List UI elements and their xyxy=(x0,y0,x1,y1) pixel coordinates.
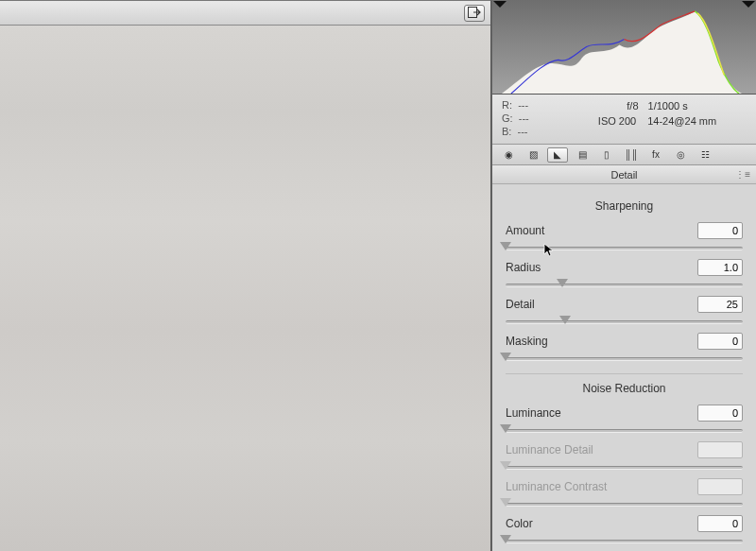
masking-slider[interactable] xyxy=(506,353,743,364)
radius-slider[interactable] xyxy=(506,279,743,290)
luminance-contrast-input xyxy=(697,478,743,495)
noise-title: Noise Reduction xyxy=(506,382,743,395)
detail-panel: Sharpening Amount Radius Detail xyxy=(492,184,756,551)
lens: 14-24@24 mm xyxy=(647,115,716,127)
panel-title: Detail xyxy=(610,169,637,181)
split-icon: ▯ xyxy=(604,149,610,160)
amount-input[interactable] xyxy=(697,222,743,239)
tab-split-icon[interactable]: ▯ xyxy=(596,147,617,163)
color-label: Color xyxy=(506,517,533,530)
amount-label: Amount xyxy=(506,224,544,237)
tab-presets-icon[interactable]: ☷ xyxy=(695,147,715,163)
rgb-readout: R: --- G: --- B: --- xyxy=(502,98,568,138)
tab-calib-icon[interactable]: ◎ xyxy=(670,147,691,163)
tab-basic-icon[interactable]: ◉ xyxy=(498,147,519,163)
luminance-input[interactable] xyxy=(697,405,743,422)
color-input[interactable] xyxy=(697,515,743,532)
preview-toolbar xyxy=(0,1,490,26)
luminance-detail-input xyxy=(697,441,743,458)
radius-row: Radius xyxy=(506,259,743,290)
tab-hsl-icon[interactable]: ▤ xyxy=(572,147,593,163)
histogram-plot xyxy=(492,0,756,94)
luminance-detail-label: Luminance Detail xyxy=(506,443,593,456)
g-label: G: xyxy=(502,112,513,124)
detail-input[interactable] xyxy=(697,296,743,313)
export-icon xyxy=(468,5,481,22)
panel-menu-icon[interactable]: ⋮≡ xyxy=(735,169,750,180)
r-val: --- xyxy=(518,99,528,111)
panel-tabs: ◉▨◣▤▯║║fx◎☷ xyxy=(492,145,756,165)
divider xyxy=(506,373,743,374)
aperture: f/8 xyxy=(627,100,638,112)
export-button[interactable] xyxy=(464,5,485,22)
detail-icon: ◣ xyxy=(554,149,561,160)
detail-row: Detail xyxy=(506,296,743,327)
panel-header[interactable]: Detail ⋮≡ xyxy=(492,165,756,184)
b-val: --- xyxy=(518,126,528,137)
iso: ISO 200 xyxy=(598,115,636,127)
color-row: Color xyxy=(506,515,743,546)
luminance-detail-row: Luminance Detail xyxy=(506,441,743,473)
detail-slider[interactable] xyxy=(506,316,743,327)
luminance-contrast-slider xyxy=(506,498,743,509)
r-label: R: xyxy=(502,99,512,111)
masking-label: Masking xyxy=(506,335,548,348)
curve-icon: ▨ xyxy=(529,149,538,160)
lens-icon: ║║ xyxy=(625,149,638,160)
histogram[interactable] xyxy=(492,0,756,95)
calib-icon: ◎ xyxy=(677,149,685,160)
luminance-label: Luminance xyxy=(506,406,561,420)
luminance-contrast-row: Luminance Contrast xyxy=(506,478,743,509)
radius-label: Radius xyxy=(506,261,541,274)
presets-icon: ☷ xyxy=(701,149,710,160)
luminance-contrast-label: Luminance Contrast xyxy=(506,480,607,493)
hsl-icon: ▤ xyxy=(578,149,587,160)
basic-icon: ◉ xyxy=(505,149,513,160)
fx-icon: fx xyxy=(652,149,660,160)
tab-curve-icon[interactable]: ▨ xyxy=(523,147,543,163)
radius-input[interactable] xyxy=(697,259,743,276)
detail-label: Detail xyxy=(506,298,535,311)
color-slider[interactable] xyxy=(506,535,743,546)
meta-info: R: --- G: --- B: --- f/81/1000 s ISO 200… xyxy=(492,95,756,145)
amount-row: Amount xyxy=(506,222,743,253)
tab-lens-icon[interactable]: ║║ xyxy=(621,147,642,163)
exposure-readout: f/81/1000 s ISO 20014-24@24 mm xyxy=(568,98,747,138)
masking-row: Masking xyxy=(506,333,743,364)
masking-input[interactable] xyxy=(697,333,743,350)
tab-fx-icon[interactable]: fx xyxy=(645,147,666,163)
image-preview[interactable] xyxy=(0,0,491,551)
shutter: 1/1000 s xyxy=(648,100,688,112)
tab-detail-icon[interactable]: ◣ xyxy=(547,147,568,163)
b-label: B: xyxy=(502,126,511,137)
g-val: --- xyxy=(519,112,529,124)
luminance-row: Luminance xyxy=(506,405,743,436)
side-panel: R: --- G: --- B: --- f/81/1000 s ISO 200… xyxy=(491,0,756,551)
luminance-slider[interactable] xyxy=(506,424,743,436)
sharpening-title: Sharpening xyxy=(506,199,743,213)
app-root: R: --- G: --- B: --- f/81/1000 s ISO 200… xyxy=(0,0,756,551)
luminance-detail-slider xyxy=(506,461,743,473)
amount-slider[interactable] xyxy=(506,242,743,253)
